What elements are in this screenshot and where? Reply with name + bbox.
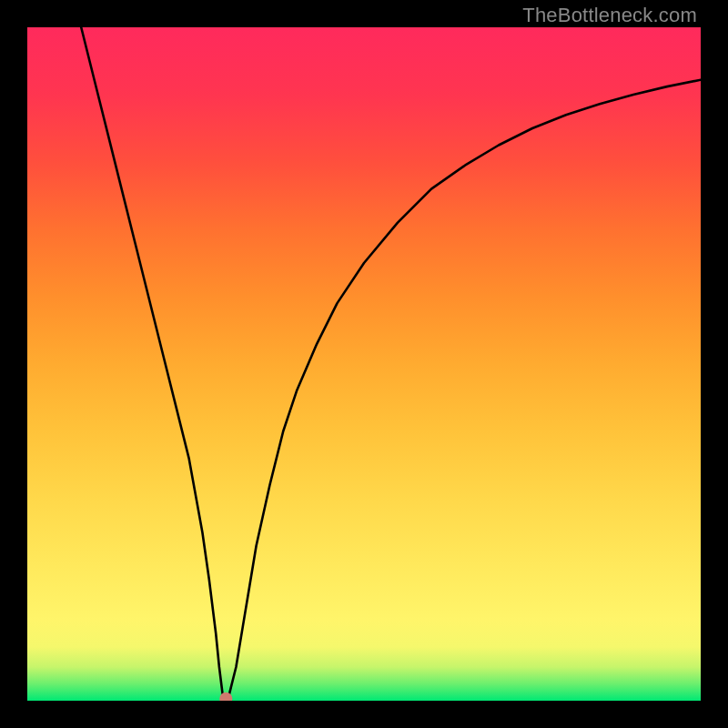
plot-area bbox=[27, 27, 701, 701]
chart-svg bbox=[27, 27, 701, 701]
bottleneck-curve-path bbox=[81, 27, 701, 699]
chart-frame: TheBottleneck.com bbox=[0, 0, 728, 728]
watermark-text: TheBottleneck.com bbox=[522, 4, 697, 27]
